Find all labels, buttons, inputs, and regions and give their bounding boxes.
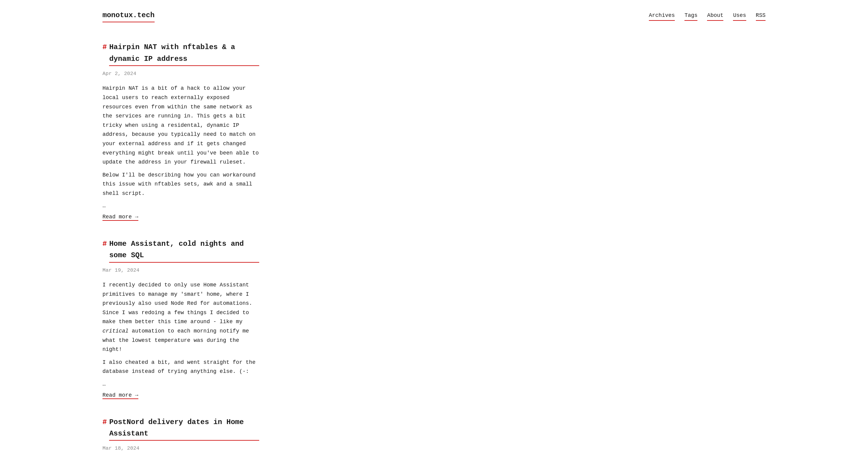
post-2-title[interactable]: Home Assistant, cold nights and some SQL xyxy=(109,238,259,263)
nav-about[interactable]: About xyxy=(707,11,723,21)
main-content: # Hairpin NAT with nftables & a dynamic … xyxy=(0,30,362,459)
post-3-hash: # xyxy=(102,417,107,428)
post-2-para-1: I recently decided to only use Home Assi… xyxy=(102,281,259,354)
post-1-ellipsis: … xyxy=(102,201,259,210)
post-1-title[interactable]: Hairpin NAT with nftables & a dynamic IP… xyxy=(109,41,259,66)
post-1-hash: # xyxy=(102,41,107,53)
post-1-para-1: Hairpin NAT is a bit of a hack to allow … xyxy=(102,84,259,167)
post-2-read-more[interactable]: Read more → xyxy=(102,392,138,399)
post-2-title-line: # Home Assistant, cold nights and some S… xyxy=(102,238,259,263)
post-2-hash: # xyxy=(102,238,107,250)
post-3-date: Mar 18, 2024 xyxy=(102,444,259,452)
site-title[interactable]: monotux.tech xyxy=(102,10,155,22)
post-1-read-more[interactable]: Read more → xyxy=(102,214,138,221)
post-1-date: Apr 2, 2024 xyxy=(102,70,259,78)
main-nav: Archives Tags About Uses RSS xyxy=(649,11,766,21)
post-3: # PostNord delivery dates in Home Assist… xyxy=(102,417,259,453)
post-1: # Hairpin NAT with nftables & a dynamic … xyxy=(102,41,259,221)
post-2-date: Mar 19, 2024 xyxy=(102,266,259,274)
nav-archives[interactable]: Archives xyxy=(649,11,675,21)
post-1-title-line: # Hairpin NAT with nftables & a dynamic … xyxy=(102,41,259,66)
post-3-title[interactable]: PostNord delivery dates in Home Assistan… xyxy=(109,417,259,441)
nav-tags[interactable]: Tags xyxy=(684,11,698,21)
nav-uses[interactable]: Uses xyxy=(733,11,746,21)
post-2: # Home Assistant, cold nights and some S… xyxy=(102,238,259,400)
post-1-para-2: Below I'll be describing how you can wor… xyxy=(102,170,259,198)
post-2-ellipsis: … xyxy=(102,380,259,389)
nav-rss[interactable]: RSS xyxy=(756,11,766,21)
post-3-title-line: # PostNord delivery dates in Home Assist… xyxy=(102,417,259,441)
post-2-para-2: I also cheated a bit, and went straight … xyxy=(102,358,259,376)
